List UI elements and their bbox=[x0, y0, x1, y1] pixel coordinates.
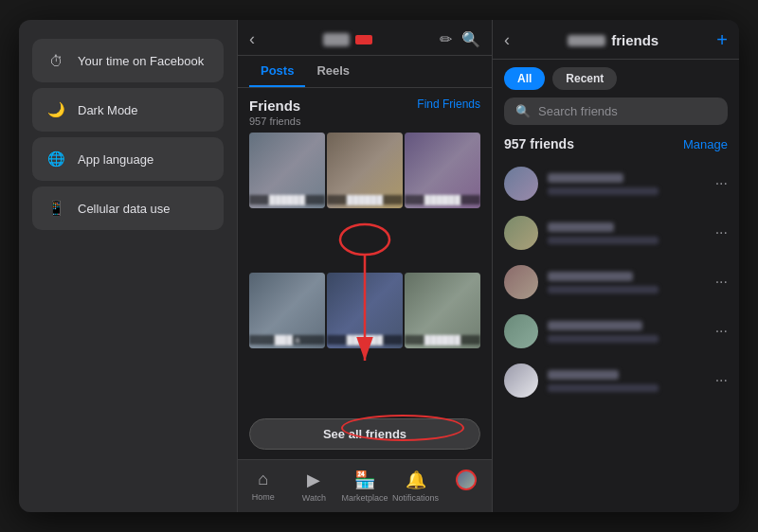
red-indicator bbox=[355, 35, 372, 44]
friend-info bbox=[548, 222, 706, 244]
globe-icon: 🌐 bbox=[45, 149, 66, 169]
middle-header: ‹ ✏ 🔍 bbox=[238, 20, 492, 56]
avatar bbox=[504, 314, 538, 348]
avatar bbox=[504, 167, 538, 201]
sidebar-item-dark-mode[interactable]: 🌙 Dark Mode bbox=[32, 88, 224, 132]
tab-reels[interactable]: Reels bbox=[305, 56, 361, 87]
friends-section-header: Friends 957 friends Find Friends bbox=[238, 88, 492, 133]
sidebar-item-cellular-data[interactable]: 📱 Cellular data use bbox=[32, 186, 224, 230]
list-item[interactable]: ··· bbox=[493, 208, 739, 257]
filter-tab-all[interactable]: All bbox=[504, 67, 545, 90]
photo-cell[interactable]: ███ a bbox=[249, 273, 325, 348]
middle-panel: ‹ ✏ 🔍 Posts Reels Friends 957 friends Fi… bbox=[237, 20, 493, 512]
filter-tab-recent[interactable]: Recent bbox=[552, 67, 617, 90]
photo-name: ██████ bbox=[327, 195, 403, 204]
sidebar-item-label: Cellular data use bbox=[78, 202, 171, 216]
friends-count: 957 friends bbox=[249, 115, 300, 127]
back-button[interactable]: ‹ bbox=[249, 29, 255, 49]
friend-name bbox=[548, 272, 633, 281]
avatar bbox=[504, 364, 538, 398]
username-blur bbox=[568, 35, 605, 46]
nav-profile[interactable] bbox=[441, 466, 492, 506]
nav-watch[interactable]: ▶ Watch bbox=[289, 466, 340, 506]
photo-cell[interactable]: ██████ bbox=[249, 133, 325, 208]
friends-count-row: 957 friends Manage bbox=[493, 133, 739, 159]
sidebar-item-label: App language bbox=[78, 152, 153, 167]
header-icons: ✏ 🔍 bbox=[440, 30, 480, 48]
manage-link[interactable]: Manage bbox=[683, 137, 728, 151]
right-panel: ‹ friends + All Recent 🔍 Search friends … bbox=[493, 20, 739, 512]
bell-icon: 🔔 bbox=[406, 470, 426, 490]
list-item[interactable]: ··· bbox=[493, 307, 739, 356]
list-item[interactable]: ··· bbox=[493, 159, 739, 208]
friend-info bbox=[548, 173, 706, 195]
screenshot-container: ⏱ Your time on Facebook 🌙 Dark Mode 🌐 Ap… bbox=[19, 20, 739, 512]
photo-grid: ██████ ██████ ██████ ███ a ██████ ██████ bbox=[238, 133, 492, 411]
moon-icon: 🌙 bbox=[45, 99, 66, 120]
right-title-text: friends bbox=[611, 32, 659, 48]
friend-info bbox=[548, 272, 706, 293]
sidebar-item-app-language[interactable]: 🌐 App language bbox=[32, 137, 224, 181]
search-icon[interactable]: 🔍 bbox=[461, 30, 480, 48]
friend-sub bbox=[548, 335, 659, 343]
friend-sub bbox=[548, 286, 659, 293]
right-header: ‹ friends + bbox=[493, 20, 739, 60]
photo-name: ██████ bbox=[249, 195, 325, 204]
more-icon[interactable]: ··· bbox=[715, 175, 728, 192]
friend-sub bbox=[548, 187, 659, 195]
nav-notifications-label: Notifications bbox=[392, 493, 439, 503]
nav-home-label: Home bbox=[252, 492, 275, 502]
friend-name bbox=[548, 173, 623, 183]
marketplace-icon: 🏪 bbox=[354, 470, 375, 490]
photo-name: ██████ bbox=[327, 335, 403, 345]
search-bar[interactable]: 🔍 Search friends bbox=[504, 98, 728, 125]
header-center bbox=[323, 33, 372, 46]
phone-icon: 📱 bbox=[45, 198, 66, 219]
filter-tabs: All Recent bbox=[493, 60, 739, 98]
avatar-placeholder bbox=[323, 33, 350, 46]
bottom-nav: ⌂ Home ▶ Watch 🏪 Marketplace 🔔 Notificat… bbox=[238, 459, 492, 512]
photo-cell[interactable]: ██████ bbox=[405, 273, 480, 348]
edit-icon[interactable]: ✏ bbox=[440, 30, 452, 48]
nav-notifications[interactable]: 🔔 Notifications bbox=[390, 466, 442, 506]
more-icon[interactable]: ··· bbox=[715, 323, 728, 340]
nav-home[interactable]: ⌂ Home bbox=[238, 466, 289, 506]
tab-posts[interactable]: Posts bbox=[249, 56, 305, 87]
photo-name: ██████ bbox=[405, 335, 480, 345]
friends-total-count: 957 friends bbox=[504, 136, 574, 151]
friend-name bbox=[548, 370, 619, 380]
find-friends-link[interactable]: Find Friends bbox=[417, 98, 480, 111]
tab-bar: Posts Reels bbox=[238, 56, 492, 88]
more-icon[interactable]: ··· bbox=[715, 274, 728, 291]
photo-cell[interactable]: ██████ bbox=[327, 273, 403, 348]
avatar bbox=[504, 265, 538, 299]
list-item[interactable]: ··· bbox=[493, 257, 739, 307]
add-friend-button[interactable]: + bbox=[716, 29, 728, 51]
friend-sub bbox=[548, 237, 659, 244]
friend-info bbox=[548, 321, 706, 343]
search-icon: 🔍 bbox=[515, 104, 531, 118]
clock-icon: ⏱ bbox=[45, 50, 66, 71]
left-panel: ⏱ Your time on Facebook 🌙 Dark Mode 🌐 Ap… bbox=[19, 20, 237, 512]
see-all-friends-button[interactable]: See all friends bbox=[249, 418, 480, 450]
search-friends-input[interactable]: Search friends bbox=[538, 104, 618, 118]
photo-cell[interactable]: ██████ bbox=[405, 133, 480, 208]
friends-title: Friends bbox=[249, 98, 300, 114]
nav-marketplace-label: Marketplace bbox=[341, 493, 388, 503]
friend-sub bbox=[548, 384, 659, 392]
friend-info bbox=[548, 370, 706, 392]
avatar bbox=[504, 216, 538, 250]
more-icon[interactable]: ··· bbox=[715, 224, 728, 241]
watch-icon: ▶ bbox=[307, 470, 320, 490]
nav-watch-label: Watch bbox=[302, 493, 326, 503]
photo-name: ███ a bbox=[249, 335, 325, 345]
list-item[interactable]: ··· bbox=[493, 356, 739, 405]
friend-name bbox=[548, 321, 642, 330]
photo-cell[interactable]: ██████ bbox=[327, 133, 403, 208]
friend-name bbox=[548, 222, 614, 232]
more-icon[interactable]: ··· bbox=[715, 372, 728, 389]
photo-name: ██████ bbox=[405, 195, 480, 204]
sidebar-item-your-time[interactable]: ⏱ Your time on Facebook bbox=[32, 39, 224, 82]
home-icon: ⌂ bbox=[258, 470, 268, 489]
nav-marketplace[interactable]: 🏪 Marketplace bbox=[339, 466, 390, 506]
